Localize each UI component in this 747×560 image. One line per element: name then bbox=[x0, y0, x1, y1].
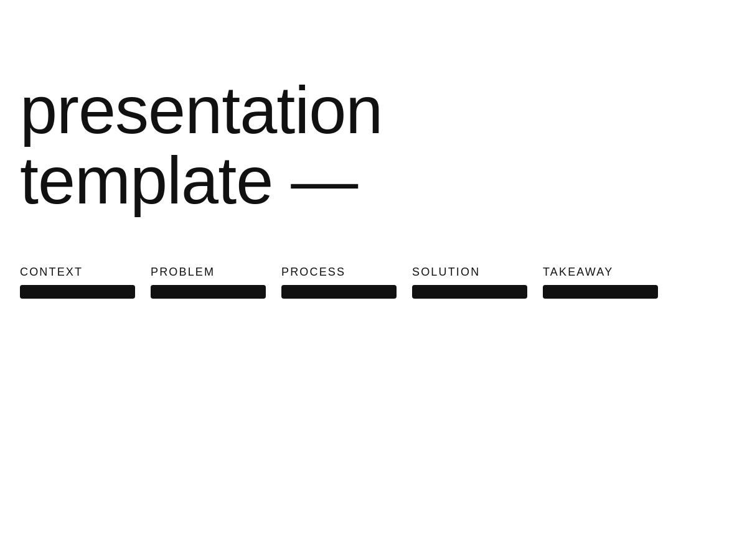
nav-label-process: PROCESS bbox=[281, 266, 412, 279]
nav-section: CONTEXT PROBLEM PROCESS SOLUTION TAKEAWA… bbox=[20, 266, 747, 299]
nav-item-process[interactable]: PROCESS bbox=[281, 266, 412, 299]
title-line-1: presentation bbox=[20, 75, 747, 145]
nav-bar-problem[interactable] bbox=[151, 285, 266, 299]
nav-bar-process[interactable] bbox=[281, 285, 397, 299]
nav-item-solution[interactable]: SOLUTION bbox=[412, 266, 543, 299]
page-container: presentation template — CONTEXT PROBLEM … bbox=[0, 0, 747, 560]
nav-label-context: CONTEXT bbox=[20, 266, 151, 279]
nav-labels-row: CONTEXT PROBLEM PROCESS SOLUTION TAKEAWA… bbox=[20, 266, 747, 299]
title-line-2: template — bbox=[20, 145, 747, 215]
nav-label-takeaway: TAKEAWAY bbox=[543, 266, 674, 279]
nav-label-problem: PROBLEM bbox=[151, 266, 281, 279]
title-block: presentation template — bbox=[20, 75, 747, 216]
nav-item-context[interactable]: CONTEXT bbox=[20, 266, 151, 299]
nav-item-takeaway[interactable]: TAKEAWAY bbox=[543, 266, 674, 299]
nav-bar-solution[interactable] bbox=[412, 285, 527, 299]
nav-bar-context[interactable] bbox=[20, 285, 135, 299]
nav-label-solution: SOLUTION bbox=[412, 266, 543, 279]
nav-bar-takeaway[interactable] bbox=[543, 285, 658, 299]
nav-item-problem[interactable]: PROBLEM bbox=[151, 266, 281, 299]
